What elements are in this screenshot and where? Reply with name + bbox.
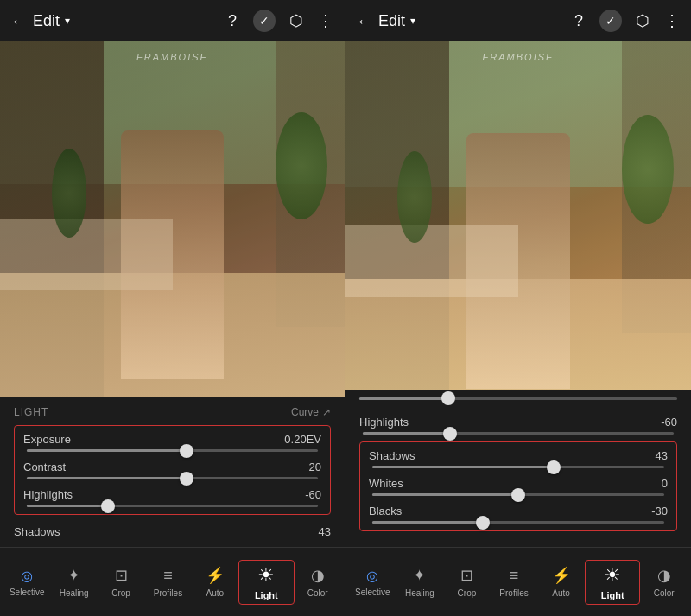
- right-shadows-thumb[interactable]: [547, 460, 561, 474]
- right-healing-label: Healing: [405, 588, 434, 598]
- left-curve-label: Curve: [291, 406, 319, 418]
- right-photo: FRAMBOISE: [346, 41, 691, 407]
- right-shadows-row: Shadows 43: [369, 449, 668, 468]
- left-help-icon[interactable]: ?: [224, 12, 241, 30]
- left-header-left: ← Edit ▾: [10, 11, 215, 31]
- right-tool-selective[interactable]: ◎ Selective: [349, 562, 396, 602]
- left-tool-light[interactable]: ☀ Light: [238, 560, 294, 605]
- right-light-icon: ☀: [604, 564, 621, 587]
- right-highlights-partial-track[interactable]: [363, 432, 674, 435]
- left-profiles-label: Profiles: [154, 588, 182, 598]
- right-whites-track[interactable]: [372, 493, 664, 496]
- left-selective-icon: ◎: [21, 568, 33, 584]
- left-exposure-label: Exposure: [23, 433, 71, 446]
- right-highlights-partial-thumb[interactable]: [443, 427, 457, 441]
- right-shadows-label: Shadows: [369, 449, 415, 462]
- right-help-icon[interactable]: ?: [570, 12, 587, 30]
- left-highlights-thumb[interactable]: [101, 499, 115, 513]
- right-selective-label: Selective: [355, 587, 390, 597]
- left-auto-icon: ⚡: [206, 566, 225, 585]
- left-color-icon: ◑: [311, 566, 325, 585]
- left-contrast-track[interactable]: [27, 477, 318, 479]
- left-tool-selective[interactable]: ◎ Selective: [3, 562, 50, 602]
- right-shadows-fill: [372, 466, 554, 468]
- right-blacks-thumb[interactable]: [476, 516, 490, 530]
- right-highlights-partial-header: Highlights -60: [359, 416, 677, 429]
- left-contrast-row: Contrast 20: [23, 460, 321, 479]
- left-light-header: LIGHT Curve ↗: [14, 406, 331, 418]
- left-exposure-row: Exposure 0.20EV: [23, 433, 321, 452]
- left-more-icon[interactable]: ⋮: [317, 11, 334, 30]
- right-tool-light[interactable]: ☀ Light: [585, 560, 641, 605]
- right-profiles-label: Profiles: [499, 588, 528, 598]
- right-share-icon[interactable]: ⬡: [634, 11, 651, 30]
- right-whites-row: Whites 0: [369, 477, 668, 496]
- left-tool-color[interactable]: ◑ Color: [295, 561, 341, 603]
- left-exposure-fill: [27, 449, 187, 452]
- right-shadows-value: 43: [656, 449, 668, 462]
- right-tool-auto[interactable]: ⚡ Auto: [537, 561, 585, 603]
- left-controls: LIGHT Curve ↗ Exposure 0.20EV: [0, 397, 345, 547]
- right-highlights-partial-row: Highlights -60: [359, 416, 677, 435]
- right-highlights-partial-fill: [363, 432, 450, 435]
- right-profiles-icon: ≡: [510, 567, 519, 585]
- right-shadows-track[interactable]: [372, 466, 664, 468]
- right-tool-healing[interactable]: ✦ Healing: [396, 561, 444, 603]
- right-back-button[interactable]: ←: [356, 11, 373, 31]
- right-tool-profiles[interactable]: ≡ Profiles: [491, 562, 538, 603]
- right-photo-slider-strip: [346, 390, 691, 407]
- right-highlights-partial-label: Highlights: [359, 416, 409, 429]
- left-watermark: FRAMBOISE: [136, 52, 208, 62]
- left-photo-scene: [0, 41, 345, 397]
- right-more-icon[interactable]: ⋮: [663, 11, 681, 30]
- left-back-button[interactable]: ←: [10, 11, 28, 31]
- left-contrast-label: Contrast: [23, 460, 66, 473]
- right-check-icon[interactable]: ✓: [599, 10, 622, 32]
- left-profiles-icon: ≡: [163, 567, 173, 585]
- left-crop-label: Crop: [111, 588, 130, 598]
- right-whites-value: 0: [662, 477, 668, 490]
- left-check-icon[interactable]: ✓: [253, 10, 276, 32]
- left-healing-label: Healing: [60, 588, 89, 598]
- left-exposure-value: 0.20EV: [284, 433, 321, 446]
- left-curve-button[interactable]: Curve ↗: [291, 406, 331, 418]
- right-blacks-fill: [372, 521, 483, 524]
- right-tool-color[interactable]: ◑ Color: [640, 561, 688, 603]
- left-tool-auto[interactable]: ⚡ Auto: [192, 561, 238, 603]
- left-tool-healing[interactable]: ✦ Healing: [50, 561, 97, 603]
- right-photo-strip-track: [359, 397, 677, 400]
- left-color-label: Color: [307, 588, 328, 598]
- left-exposure-header: Exposure 0.20EV: [23, 433, 321, 446]
- left-photo-area: FRAMBOISE: [0, 41, 345, 397]
- left-highlights-track[interactable]: [27, 505, 318, 507]
- right-highlights-partial-value: -60: [661, 416, 677, 429]
- right-photo-strip-fill: [359, 397, 448, 400]
- right-photo-area: FRAMBOISE: [346, 41, 691, 407]
- left-tool-profiles[interactable]: ≡ Profiles: [144, 562, 191, 603]
- right-photo-scene: [346, 41, 691, 407]
- left-share-icon[interactable]: ⬡: [288, 11, 305, 30]
- left-auto-label: Auto: [206, 588, 225, 598]
- left-exposure-track[interactable]: [27, 449, 318, 452]
- right-edit-title: Edit: [378, 12, 405, 30]
- right-photo-strip-thumb[interactable]: [441, 391, 455, 405]
- left-healing-icon: ✦: [67, 566, 80, 585]
- right-crop-label: Crop: [458, 588, 477, 598]
- right-blacks-value: -30: [651, 505, 668, 518]
- right-header-left: ← Edit ▾: [356, 11, 561, 31]
- right-whites-thumb[interactable]: [511, 488, 525, 502]
- right-tool-crop[interactable]: ⊡ Crop: [443, 561, 491, 603]
- right-crop-icon: ⊡: [460, 566, 473, 585]
- right-blacks-track[interactable]: [372, 521, 664, 524]
- left-shadows-label: Shadows: [14, 525, 60, 538]
- right-dropdown-arrow[interactable]: ▾: [410, 15, 415, 27]
- left-exposure-thumb[interactable]: [180, 444, 193, 458]
- right-panel: ← Edit ▾ ? ✓ ⬡ ⋮ FRAMBOISE: [346, 0, 691, 616]
- right-color-label: Color: [654, 588, 675, 598]
- left-tool-crop[interactable]: ⊡ Crop: [98, 561, 144, 603]
- left-light-icon: ☀: [257, 564, 275, 587]
- left-contrast-thumb[interactable]: [180, 472, 193, 486]
- right-auto-label: Auto: [552, 588, 570, 598]
- left-dropdown-arrow[interactable]: ▾: [65, 15, 70, 27]
- left-curve-icon: ↗: [322, 406, 331, 418]
